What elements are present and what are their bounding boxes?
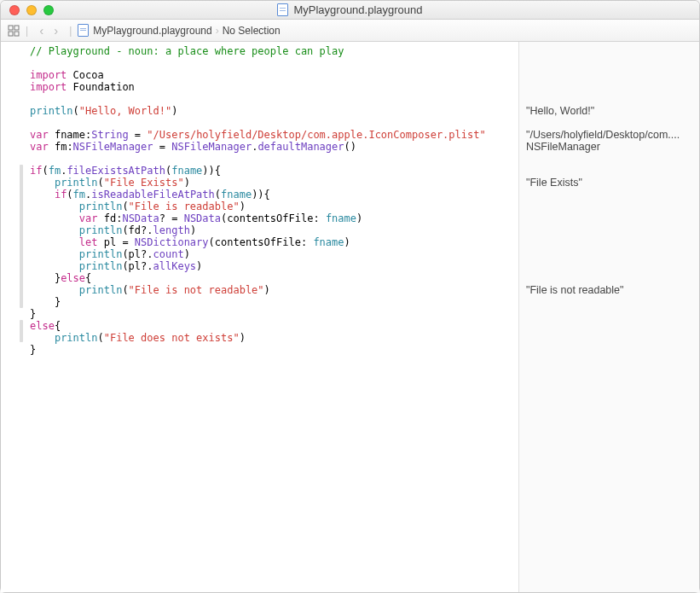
nav-forward-icon[interactable]: ›	[49, 24, 63, 37]
xcode-window: MyPlayground.playground | ‹ › | MyPlaygr…	[0, 0, 700, 593]
related-items-icon[interactable]	[8, 25, 20, 37]
code: // Playground - noun: a place where peop…	[30, 45, 518, 356]
document-icon	[277, 3, 288, 16]
block-indicator	[20, 165, 23, 308]
titlebar: MyPlayground.playground	[1, 1, 699, 20]
result-line[interactable]: "File is not readable"	[526, 284, 692, 296]
svg-rect-2	[9, 32, 13, 36]
document-icon	[78, 24, 89, 37]
result-line[interactable]: "/Users/holyfield/Desktop/com....	[526, 129, 692, 141]
minimize-icon[interactable]	[26, 5, 37, 15]
nav-back-icon[interactable]: ‹	[34, 24, 49, 37]
gutter	[1, 42, 26, 592]
result-line[interactable]: "File Exists"	[526, 177, 692, 189]
window-title: MyPlayground.playground	[293, 3, 422, 16]
jump-bar-file[interactable]: MyPlayground.playground	[78, 24, 211, 37]
svg-rect-1	[14, 26, 19, 30]
result-line[interactable]: NSFileManager	[526, 141, 692, 153]
window-traffic-lights	[1, 5, 54, 15]
jump-bar-file-label: MyPlayground.playground	[93, 25, 211, 37]
code-editor[interactable]: // Playground - noun: a place where peop…	[26, 42, 518, 592]
close-icon[interactable]	[9, 5, 20, 15]
zoom-icon[interactable]	[43, 5, 54, 15]
jump-bar: | ‹ › | MyPlayground.playground › No Sel…	[1, 20, 699, 42]
svg-rect-3	[14, 32, 19, 36]
editor-body: // Playground - noun: a place where peop…	[1, 42, 699, 592]
results-sidebar: "Hello, World!" "/Users/holyfield/Deskto…	[518, 42, 699, 592]
result-line[interactable]: "Hello, World!"	[526, 105, 692, 117]
jump-bar-selection[interactable]: No Selection	[223, 25, 281, 37]
block-indicator	[20, 320, 23, 342]
svg-rect-0	[9, 26, 13, 30]
